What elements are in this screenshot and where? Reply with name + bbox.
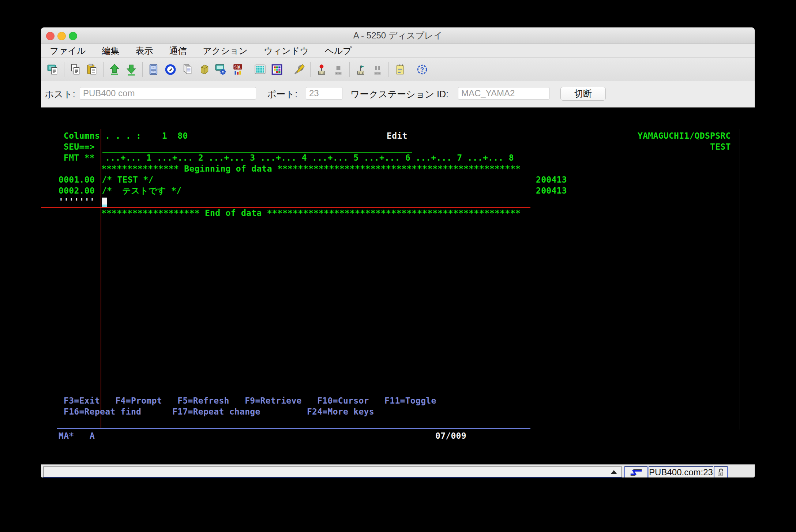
source-line-text[interactable]: /* テストです */ — [102, 186, 181, 195]
oia-separator-line — [57, 428, 530, 429]
menu-window[interactable]: ウィンドウ — [264, 45, 309, 57]
svg-text:SQL: SQL — [234, 64, 241, 69]
toolbar-separator — [64, 62, 64, 77]
copy-icon — [69, 63, 82, 76]
copy-button[interactable] — [68, 61, 83, 78]
menu-communication[interactable]: 通信 — [169, 45, 187, 57]
database-button[interactable] — [196, 61, 212, 78]
record-macro-icon — [315, 63, 328, 76]
stop-macro-icon — [332, 63, 345, 76]
play-macro-button[interactable] — [353, 61, 368, 78]
keyboard-map-icon — [271, 63, 283, 76]
session-notes-button[interactable] — [392, 61, 408, 78]
member-name-label: TEST — [710, 142, 731, 151]
close-button[interactable] — [46, 32, 55, 40]
cursor-position-indicator: 07/009 — [435, 431, 466, 440]
sql-scripts-button[interactable]: SQL — [230, 61, 245, 78]
cursor-column-ruler-line — [101, 129, 101, 428]
new-line-marker[interactable]: ''''''' — [59, 197, 95, 206]
function-keys-line-2: F16=Repeat find F17=Repeat change F24=Mo… — [64, 407, 374, 416]
toolbar-separator — [310, 62, 311, 77]
seu-command-input-underline[interactable] — [102, 152, 412, 153]
menu-file[interactable]: ファイル — [50, 45, 86, 57]
cursor-row-ruler-line — [41, 207, 530, 208]
preferences-tools-button[interactable] — [292, 61, 307, 78]
navigator-icon — [164, 63, 177, 76]
spooled-files-button[interactable] — [180, 61, 195, 78]
menu-help[interactable]: ヘルプ — [325, 45, 352, 57]
port-label: ポート: — [267, 88, 297, 100]
sql-scripts-icon: SQL — [232, 63, 244, 76]
workstation-id-input[interactable] — [458, 87, 549, 100]
seu-command-prompt: SEU==> — [64, 142, 95, 151]
beginning-of-data-line: *************** Beginning of data ******… — [101, 164, 521, 173]
status-message-field[interactable] — [43, 467, 622, 477]
source-line-date: 200413 — [536, 175, 567, 184]
connection-status-indicator — [624, 467, 647, 477]
port-input[interactable] — [306, 87, 342, 100]
workstation-id-label: ワークステーション ID: — [350, 88, 448, 100]
help-icon: ? — [416, 63, 428, 76]
seu-columns-indicator: Columns . . . : 1 80 — [64, 131, 188, 140]
format-ruler-line: FMT ** ...+... 1 ...+... 2 ...+... 3 ...… — [64, 153, 514, 162]
oia-system-indicator: A — [90, 431, 95, 440]
paste-icon — [86, 63, 98, 76]
end-of-data-line: ******************* End of data ********… — [101, 209, 521, 217]
seu-mode-label: Edit — [387, 131, 408, 140]
menu-edit[interactable]: 編集 — [102, 45, 119, 57]
stop-macro-button[interactable] — [331, 61, 346, 78]
source-line-date: 200413 — [536, 186, 567, 195]
menubar: ファイル 編集 表示 通信 アクション ウィンドウ ヘルプ — [41, 44, 755, 58]
screen-colors-button[interactable] — [252, 61, 268, 78]
toolbar-separator — [142, 62, 143, 77]
copy-screen-button[interactable] — [45, 61, 61, 78]
navigator-button[interactable] — [163, 61, 178, 78]
spooled-files-icon — [181, 63, 194, 76]
menu-view[interactable]: 表示 — [135, 45, 153, 57]
menu-actions[interactable]: アクション — [203, 45, 248, 57]
help-button[interactable]: ? — [414, 61, 430, 78]
disconnect-button[interactable]: 切断 — [560, 87, 606, 101]
app-window: A - 5250 ディスプレイ ファイル 編集 表示 通信 アクション ウィンド… — [41, 27, 755, 477]
play-macro-icon — [354, 63, 367, 76]
server-address-indicator: PUB400.com:23 — [649, 467, 713, 477]
toolbar-separator — [103, 62, 104, 77]
minimize-button[interactable] — [57, 32, 66, 40]
pause-macro-button[interactable] — [370, 61, 385, 78]
source-line-text[interactable]: /* TEST */ — [102, 175, 153, 184]
paste-button[interactable] — [85, 61, 100, 78]
file-drawer-button[interactable] — [146, 61, 161, 78]
zoom-button[interactable] — [69, 32, 77, 40]
unlocked-padlock-icon — [716, 468, 726, 477]
toolbar-separator — [411, 62, 411, 77]
pause-macro-icon — [371, 63, 384, 76]
database-icon — [198, 63, 210, 76]
screen-colors-icon — [254, 63, 266, 76]
function-keys-line-1: F3=Exit F4=Prompt F5=Refresh F9=Retrieve… — [64, 396, 436, 405]
library-file-label: YAMAGUCHI1/QDSPSRC — [638, 131, 731, 140]
oia-status-indicator: MA* — [59, 431, 74, 440]
send-file-button[interactable] — [107, 61, 122, 78]
history-popup-arrow-icon[interactable] — [611, 470, 617, 474]
source-line-sequence[interactable]: 0002.00 — [59, 186, 95, 195]
toolbar-separator — [288, 62, 288, 77]
receive-file-button[interactable] — [124, 61, 139, 78]
keyboard-map-button[interactable] — [269, 61, 285, 78]
svg-text:?: ? — [420, 66, 424, 73]
toolbar-separator — [349, 62, 350, 77]
host-input[interactable] — [80, 87, 256, 100]
send-file-icon — [108, 63, 121, 76]
titlebar: A - 5250 ディスプレイ — [41, 27, 755, 44]
copy-screen-icon — [47, 63, 59, 76]
connection-bar: ホスト: ポート: ワークステーション ID: 切断 — [41, 81, 755, 108]
connection-bolt-icon — [629, 468, 643, 477]
session-notes-icon — [394, 63, 406, 76]
toolbar-separator — [388, 62, 389, 77]
window-title: A - 5250 ディスプレイ — [353, 30, 442, 41]
terminal-screen[interactable]: Columns . . . : 1 80 Edit YAMAGUCHI1/QDS… — [41, 108, 755, 464]
record-macro-button[interactable] — [314, 61, 329, 78]
traffic-lights — [46, 32, 77, 40]
receive-file-icon — [125, 63, 138, 76]
system-settings-button[interactable] — [213, 61, 229, 78]
source-line-sequence[interactable]: 0001.00 — [59, 175, 95, 184]
